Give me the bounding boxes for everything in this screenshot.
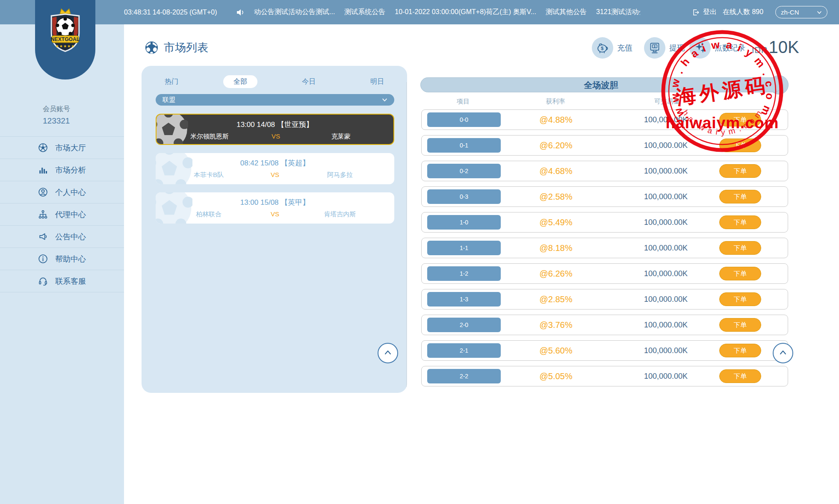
withdraw-label: 提现 bbox=[669, 43, 685, 53]
sidebar-item-market-analysis[interactable]: 市场分析 bbox=[0, 159, 124, 181]
sidebar-item-label: 个人中心 bbox=[55, 187, 86, 197]
match-card[interactable]: 13:00 14/08 【世亚预】米尔顿凯恩斯VS克莱蒙 bbox=[156, 114, 394, 145]
soccer-ball-icon bbox=[145, 41, 159, 55]
megaphone-icon bbox=[38, 232, 48, 242]
bet-row: 0-2@4.68%100,000.00K下单 bbox=[421, 161, 788, 181]
logout-icon bbox=[692, 9, 700, 16]
announcement-item: 3121测试活动公告 bbox=[596, 8, 640, 17]
tradeable-amount: 100,000.00K bbox=[632, 315, 700, 335]
bet-row: 0-0@4.88%100,000.00K下单 bbox=[421, 109, 788, 130]
svg-text:★★★★★: ★★★★★ bbox=[56, 44, 75, 48]
points-record-button[interactable]: 点数纪录 bbox=[689, 37, 745, 59]
sidebar-item-market-hall[interactable]: 市场大厅 bbox=[0, 136, 124, 159]
away-team: 肯塔吉内斯 bbox=[297, 210, 383, 218]
match-time-league: 13:00 15/08 【英甲】 bbox=[156, 197, 394, 207]
balance-currency: IDR bbox=[752, 45, 768, 55]
sidebar-item-customer-service[interactable]: 联系客服 bbox=[0, 270, 124, 292]
tradeable-amount: 100,000.00K bbox=[632, 289, 700, 309]
sidebar-item-help-center[interactable]: 帮助中心 bbox=[0, 248, 124, 270]
logout-label: 登出 bbox=[703, 8, 717, 17]
soccer-ball-decoration bbox=[156, 192, 192, 224]
logout-button[interactable]: 登出 bbox=[692, 0, 717, 24]
place-order-button[interactable]: 下单 bbox=[719, 267, 761, 280]
sparkles-icon bbox=[689, 37, 711, 59]
page-title-label: 市场列表 bbox=[164, 40, 208, 55]
place-order-button[interactable]: 下单 bbox=[719, 241, 761, 255]
odds-value: @4.68% bbox=[530, 161, 582, 181]
score-pill: 2-1 bbox=[427, 343, 501, 358]
place-order-button[interactable]: 下单 bbox=[719, 190, 761, 203]
place-order-button[interactable]: 下单 bbox=[719, 292, 761, 306]
bet-row: 0-3@2.58%100,000.00K下单 bbox=[421, 186, 788, 207]
sidebar-item-personal-center[interactable]: 个人中心 bbox=[0, 181, 124, 203]
match-card[interactable]: 08:42 15/08 【英超】本菲卡B队VS阿马多拉 bbox=[156, 153, 394, 184]
withdraw-button[interactable]: $ 提现 bbox=[644, 37, 685, 59]
soccer-ball-icon bbox=[38, 143, 48, 153]
tab-tomorrow[interactable]: 明日 bbox=[352, 75, 403, 88]
deposit-button[interactable]: $ 充值 bbox=[592, 37, 632, 59]
speaker-icon bbox=[236, 8, 245, 17]
match-scroll-top-button[interactable] bbox=[378, 343, 398, 363]
place-order-button[interactable]: 下单 bbox=[719, 164, 761, 178]
brand-logo-tab[interactable]: NEXTGOAL ★★★★★ bbox=[35, 0, 95, 80]
chevron-down-icon bbox=[817, 10, 822, 15]
bet-row: 1-3@2.85%100,000.00K下单 bbox=[421, 289, 788, 309]
announcement-item: 测试系统公告 bbox=[344, 8, 385, 17]
panel-divider bbox=[406, 82, 407, 387]
svg-text:$: $ bbox=[601, 46, 603, 51]
info-icon bbox=[38, 254, 48, 264]
tab-today[interactable]: 今日 bbox=[283, 75, 334, 88]
odds-value: @6.20% bbox=[530, 136, 582, 155]
odds-value: @2.58% bbox=[530, 187, 582, 206]
match-time-league: 13:00 14/08 【世亚预】 bbox=[157, 120, 393, 130]
chevron-up-icon bbox=[383, 348, 393, 358]
bet-row: 1-0@5.49%100,000.00K下单 bbox=[421, 212, 788, 233]
app-screen: 03:48:31 14-08-2025 (GMT+0) 动公告测试活动公告测试.… bbox=[0, 0, 839, 504]
place-order-button[interactable]: 下单 bbox=[719, 113, 761, 127]
score-pill: 0-0 bbox=[427, 112, 501, 127]
headset-icon bbox=[38, 276, 48, 286]
match-card[interactable]: 13:00 15/08 【英甲】柏林联合VS肯塔吉内斯 bbox=[156, 192, 394, 224]
odds-value: @5.05% bbox=[530, 366, 582, 386]
score-pill: 1-2 bbox=[427, 266, 501, 281]
chevron-up-icon bbox=[778, 348, 788, 358]
league-filter-dropdown[interactable]: 联盟 bbox=[156, 94, 394, 106]
place-order-button[interactable]: 下单 bbox=[719, 139, 761, 152]
score-pill: 0-2 bbox=[427, 164, 501, 178]
place-order-button[interactable]: 下单 bbox=[719, 215, 761, 229]
bet-row: 0-1@6.20%100,000.00K下单 bbox=[421, 135, 788, 156]
tradeable-amount: 100,000.00K bbox=[632, 212, 700, 232]
language-select[interactable]: zh-CN bbox=[775, 6, 827, 18]
account-number: 123321 bbox=[43, 116, 70, 126]
tradeable-amount: 100,000.00K bbox=[632, 161, 700, 181]
tradeable-amount: 100,000.00K bbox=[632, 264, 700, 283]
sidebar-item-announcement-center[interactable]: 公告中心 bbox=[0, 225, 124, 248]
soccer-ball-decoration bbox=[156, 153, 192, 184]
points-record-label: 点数纪录 bbox=[715, 43, 745, 53]
deposit-label: 充值 bbox=[617, 43, 632, 53]
score-pill: 1-1 bbox=[427, 241, 501, 255]
sidebar-item-agent-center[interactable]: 代理中心 bbox=[0, 203, 124, 225]
tradeable-amount: 100,000.00K bbox=[632, 136, 700, 155]
chevron-down-icon bbox=[382, 97, 387, 103]
tab-hot[interactable]: 热门 bbox=[146, 75, 197, 88]
score-pill: 0-1 bbox=[427, 138, 501, 153]
away-team: 克莱蒙 bbox=[298, 133, 384, 141]
sidebar: 会员账号 123321 市场大厅市场分析个人中心代理中心公告中心帮助中心联系客服 bbox=[0, 24, 124, 504]
tradeable-amount: 100,000.00K bbox=[632, 238, 700, 258]
score-pill: 0-3 bbox=[427, 189, 501, 204]
bar-chart-icon bbox=[38, 165, 48, 175]
brand-logo: NEXTGOAL ★★★★★ bbox=[44, 7, 87, 57]
tradeable-amount: 100,000.00K bbox=[632, 187, 700, 206]
place-order-button[interactable]: 下单 bbox=[719, 318, 761, 332]
balance-amount: 10K bbox=[768, 38, 799, 57]
sidebar-item-label: 帮助中心 bbox=[55, 254, 86, 264]
place-order-button[interactable]: 下单 bbox=[719, 369, 761, 383]
score-pill: 2-0 bbox=[427, 318, 501, 332]
sidebar-item-label: 联系客服 bbox=[55, 276, 86, 286]
board-scroll-top-button[interactable] bbox=[773, 343, 793, 363]
tab-all[interactable]: 全部 bbox=[223, 75, 257, 88]
bet-row: 1-2@6.26%100,000.00K下单 bbox=[421, 263, 788, 284]
place-order-button[interactable]: 下单 bbox=[719, 344, 761, 357]
vs-label: VS bbox=[258, 171, 292, 178]
